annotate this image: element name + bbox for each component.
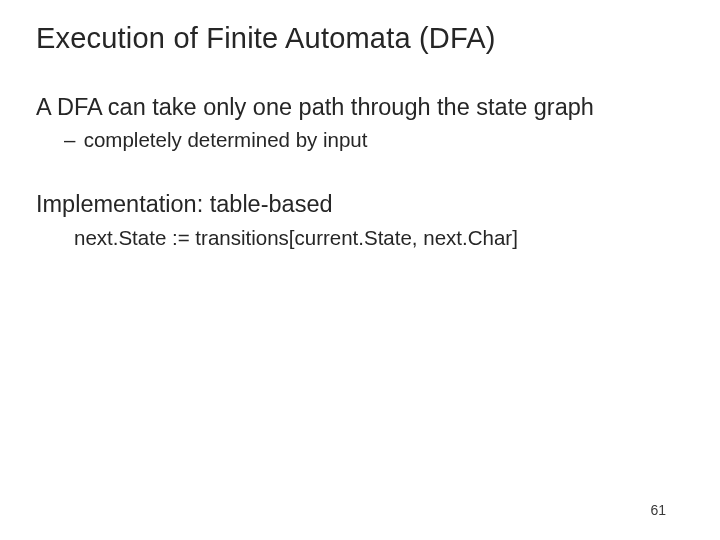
body-line-1: A DFA can take only one path through the… bbox=[36, 93, 684, 122]
body-line-2: Implementation: table-based bbox=[36, 190, 684, 219]
dash-icon: – bbox=[64, 128, 78, 152]
sub-bullet-1-text: completely determined by input bbox=[84, 128, 368, 151]
slide-title: Execution of Finite Automata (DFA) bbox=[36, 22, 684, 55]
sub-bullet-1: – completely determined by input bbox=[64, 128, 684, 152]
code-line-1: next.State := transitions[current.State,… bbox=[74, 226, 684, 250]
page-number: 61 bbox=[650, 502, 666, 518]
slide: Execution of Finite Automata (DFA) A DFA… bbox=[0, 0, 720, 540]
